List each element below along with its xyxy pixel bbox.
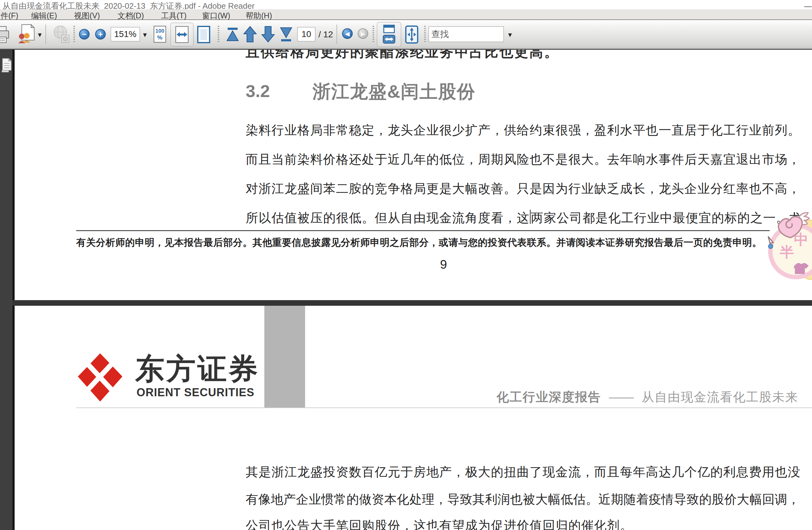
page9-paragraph-line: 而且当前染料价格还处于近几年的低位，周期风险也不是很大。去年响水事件后天嘉宜退出… — [246, 151, 801, 168]
zoom-out-button[interactable]: − — [79, 29, 90, 40]
first-page-button[interactable] — [226, 27, 240, 42]
adobe-reader-window: 从自由现金流看化工股未来_2020-02-13_东方证券.pdf - Adobe… — [0, 0, 812, 530]
page9-clipped-line: 且供给格局更好的聚酯涤纶业务中占比也更高。 — [246, 50, 559, 61]
toolbar-drag-handle[interactable] — [73, 26, 75, 43]
pages-panel-icon[interactable] — [1, 58, 12, 73]
share-dropdown-caret[interactable]: ▼ — [37, 31, 43, 39]
ime-chinese-mode[interactable]: 中 — [794, 231, 808, 247]
page10-paragraph-line: 公司也公告大手笔回购股份，这也有望成为促进价值回归的催化剂。 — [246, 517, 633, 530]
text-cursor-caret — [530, 210, 531, 224]
orient-securities-logo-icon — [77, 353, 124, 403]
menu-bar: 件(F) 编辑(E) 视图(V) 文档(D) 工具(T) 窗口(W) 帮助(H) — [0, 9, 812, 19]
pdf-page-10[interactable]: 东方证券 ORIENT SECURITIES 化工行业深度报告 —— 从自由现金… — [15, 306, 812, 530]
ime-halfwidth-mode[interactable]: 半 — [780, 244, 794, 260]
page-gap — [12, 300, 812, 306]
section-heading-number: 3.2 — [246, 81, 270, 101]
page9-paragraph-line: 对浙江龙盛间苯二胺的竞争格局更是大幅改善。只是因为行业缺乏成长，龙头企业分红率也… — [246, 180, 801, 197]
page10-paragraph-line: 其是浙江龙盛投资数百亿元于房地产，极大的扭曲了现金流，而且每年高达几个亿的利息费… — [246, 463, 801, 481]
scrolling-mode-icon — [382, 25, 395, 44]
find-dropdown-caret[interactable]: ▼ — [507, 31, 513, 39]
menu-view[interactable]: 视图(V) — [74, 11, 100, 21]
page9-paragraph-line: 染料行业格局非常稳定，龙头企业很少扩产，供给约束很强，盈利水平也一直居于化工行业… — [246, 121, 801, 139]
toolbar-drag-handle[interactable] — [424, 26, 426, 43]
page-number-label: 9 — [440, 258, 447, 272]
toolbar-separator — [336, 25, 337, 44]
fit-page-icon[interactable] — [197, 26, 210, 43]
logo-chinese-name: 东方证券 — [135, 349, 260, 389]
zoom-in-button[interactable]: + — [95, 29, 106, 40]
actual-size-button[interactable]: 100 % — [154, 26, 166, 43]
fit-width-icon — [175, 26, 189, 43]
ime-dot — [768, 244, 773, 248]
toolbar-drag-handle[interactable] — [373, 26, 374, 43]
menu-help[interactable]: 帮助(H) — [246, 11, 272, 21]
menu-document[interactable]: 文档(D) — [118, 11, 144, 21]
line4-text-before-caret: 所以估值被压的很低。但从自由现金流角度看，这 — [246, 211, 530, 225]
footer-divider — [76, 230, 770, 231]
header-divider — [76, 407, 812, 408]
next-view-button[interactable]: ▶ — [358, 28, 368, 39]
print-icon[interactable] — [0, 25, 10, 44]
logo-english-name: ORIENT SECURITIES — [136, 386, 255, 399]
header-dash: —— — [605, 390, 638, 404]
find-input[interactable]: 查找 — [429, 26, 504, 42]
title-bar: 从自由现金流看化工股未来_2020-02-13_东方证券.pdf - Adobe… — [0, 0, 812, 9]
menu-tools[interactable]: 工具(T) — [161, 11, 187, 21]
pdf-page-9[interactable]: 且供给格局更好的聚酯涤纶业务中占比也更高。 3.2 浙江龙盛&闰土股份 染料行业… — [15, 50, 812, 300]
zoom-level-input[interactable]: 151% — [111, 27, 140, 41]
report-title-label: 从自由现金流看化工股未来 — [641, 390, 798, 404]
report-header: 化工行业深度报告 —— 从自由现金流看化工股未来 — [294, 388, 798, 405]
page10-paragraph-line: 有像地产企业惯常的做资本化处理，导致其利润也被大幅低估。近期随着疫情导致的股价大… — [246, 491, 800, 508]
full-screen-icon[interactable] — [405, 25, 419, 44]
report-type-label: 化工行业深度报告 — [497, 390, 601, 404]
footer-disclaimer: 有关分析师的申明，见本报告最后部分。其他重要信息披露见分析师申明之后部分，或请与… — [76, 236, 762, 249]
previous-page-button[interactable] — [243, 26, 257, 43]
toolbar: ▼ − + 151% ▼ 100 % — [0, 20, 812, 49]
toolbar-drag-handle[interactable] — [218, 26, 219, 43]
next-page-button[interactable] — [261, 26, 275, 43]
page9-paragraph-line: 所以估值被压的很低。但从自由现金流角度看，这两家公司都是化工行业中最便宜的标的之… — [246, 209, 802, 226]
page-number-input[interactable]: 10 — [297, 27, 315, 41]
page-count-label: / 12 — [318, 30, 333, 40]
menu-edit[interactable]: 编辑(E) — [31, 11, 57, 21]
navigation-pane-strip — [0, 50, 12, 530]
last-page-button[interactable] — [279, 27, 293, 42]
previous-view-button[interactable]: ◀ — [342, 28, 353, 39]
line4-text-after-caret: 两家公司都是化工行业中最便宜的标的之一。尤 — [531, 211, 802, 225]
ime-status-widget[interactable]: 中 半 — [768, 208, 812, 287]
toolbar-separator — [45, 25, 46, 44]
review-globe-icon — [52, 25, 70, 44]
zoom-dropdown-caret[interactable]: ▼ — [142, 31, 148, 39]
menu-file[interactable]: 件(F) — [1, 11, 18, 21]
collaborate-share-icon[interactable] — [17, 24, 35, 44]
navigation-pane-divider[interactable] — [12, 50, 15, 530]
section-heading-title: 浙江龙盛&闰土股份 — [313, 80, 476, 104]
menu-window[interactable]: 窗口(W) — [202, 11, 230, 21]
minimize-button[interactable] — [804, 6, 812, 7]
